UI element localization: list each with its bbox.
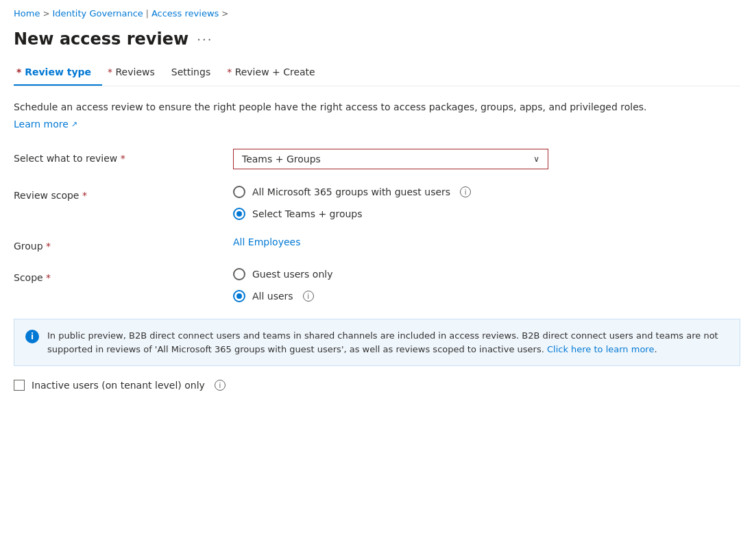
breadcrumb-sep2: > — [221, 9, 228, 19]
group-label: Group * — [14, 236, 233, 252]
scope-all-users-label: All users — [252, 291, 293, 302]
info-banner: i In public preview, B2B direct connect … — [14, 319, 740, 366]
tab-settings[interactable]: Settings — [169, 61, 221, 86]
group-required-star: * — [46, 241, 51, 252]
tab-reviews-label: Reviews — [116, 66, 155, 77]
scope-select-teams-label: Select Teams + groups — [252, 208, 363, 219]
scope-all-users-radio[interactable] — [233, 290, 245, 302]
tab-bar: * Review type * Reviews Settings * Revie… — [14, 61, 740, 86]
inactive-users-checkbox[interactable] — [14, 380, 25, 391]
learn-more-label: Learn more — [14, 119, 69, 130]
breadcrumb-pipe: | — [146, 9, 149, 19]
form-section: Select what to review * Teams + Groups ∨… — [14, 149, 740, 302]
tab-review-type-star: * — [16, 66, 25, 77]
review-scope-control: All Microsoft 365 groups with guest user… — [233, 186, 740, 220]
page-title: New access review — [14, 29, 188, 49]
review-scope-required-star: * — [82, 190, 87, 201]
scope-all-microsoft-info-icon[interactable]: i — [460, 186, 471, 197]
tab-review-type-label: Review type — [25, 66, 91, 77]
scope-all-microsoft-radio[interactable] — [233, 186, 245, 198]
breadcrumb-sep1: > — [42, 9, 49, 19]
scope-radio-group: Guest users only All users i — [233, 268, 740, 302]
select-what-to-review-row: Select what to review * Teams + Groups ∨ — [14, 149, 740, 169]
breadcrumb-home[interactable]: Home — [14, 8, 40, 19]
scope-select-teams-radio[interactable] — [233, 208, 245, 220]
teams-groups-dropdown[interactable]: Teams + Groups ∨ — [233, 149, 548, 169]
scope-all-microsoft-label: All Microsoft 365 groups with guest user… — [252, 186, 450, 197]
chevron-down-icon: ∨ — [533, 154, 539, 164]
group-control: All Employees — [233, 236, 740, 247]
tab-review-create[interactable]: * Review + Create — [224, 61, 326, 86]
scope-label: Scope * — [14, 268, 233, 283]
group-row: Group * All Employees — [14, 236, 740, 252]
tab-review-create-label: Review + Create — [235, 66, 315, 77]
breadcrumb-identity-governance[interactable]: Identity Governance — [52, 8, 143, 19]
review-scope-row: Review scope * All Microsoft 365 groups … — [14, 186, 740, 220]
page-more-button[interactable]: ··· — [197, 32, 212, 47]
scope-row: Scope * Guest users only All users i — [14, 268, 740, 302]
tab-reviews-star: * — [108, 66, 115, 77]
learn-more-link[interactable]: Learn more↗ — [14, 119, 77, 130]
all-employees-link[interactable]: All Employees — [233, 236, 300, 247]
scope-control: Guest users only All users i — [233, 268, 740, 302]
tab-review-type[interactable]: * Review type — [14, 61, 102, 86]
tab-settings-label: Settings — [171, 66, 210, 77]
page-title-row: New access review ··· — [14, 29, 740, 49]
info-banner-link[interactable]: Click here to learn more — [547, 344, 654, 354]
scope-select-teams-option[interactable]: Select Teams + groups — [233, 208, 740, 220]
scope-guest-users-label: Guest users only — [252, 269, 332, 280]
scope-all-microsoft-option[interactable]: All Microsoft 365 groups with guest user… — [233, 186, 740, 198]
select-what-required-star: * — [121, 153, 125, 164]
select-what-to-review-label: Select what to review * — [14, 149, 233, 164]
review-scope-label: Review scope * — [14, 186, 233, 201]
info-banner-period: . — [654, 344, 657, 354]
inactive-users-info-icon[interactable]: i — [215, 380, 226, 391]
breadcrumb: Home > Identity Governance | Access revi… — [14, 0, 740, 25]
scope-guest-users-option[interactable]: Guest users only — [233, 268, 740, 280]
select-what-to-review-control: Teams + Groups ∨ — [233, 149, 740, 169]
dropdown-value: Teams + Groups — [242, 154, 321, 165]
external-link-icon: ↗ — [71, 120, 77, 129]
scope-all-users-info-icon[interactable]: i — [303, 291, 314, 302]
info-banner-icon: i — [25, 330, 39, 343]
description-text: Schedule an access review to ensure the … — [14, 100, 740, 114]
scope-all-users-option[interactable]: All users i — [233, 290, 740, 302]
scope-guest-users-radio[interactable] — [233, 268, 245, 280]
breadcrumb-access-reviews[interactable]: Access reviews — [151, 8, 219, 19]
info-banner-text: In public preview, B2B direct connect us… — [47, 329, 729, 356]
tab-reviews[interactable]: * Reviews — [105, 61, 166, 86]
inactive-users-row: Inactive users (on tenant level) only i — [14, 380, 740, 391]
tab-review-create-star: * — [227, 66, 234, 77]
review-scope-radio-group: All Microsoft 365 groups with guest user… — [233, 186, 740, 220]
inactive-users-label: Inactive users (on tenant level) only — [32, 380, 205, 391]
scope-required-star: * — [46, 272, 51, 283]
